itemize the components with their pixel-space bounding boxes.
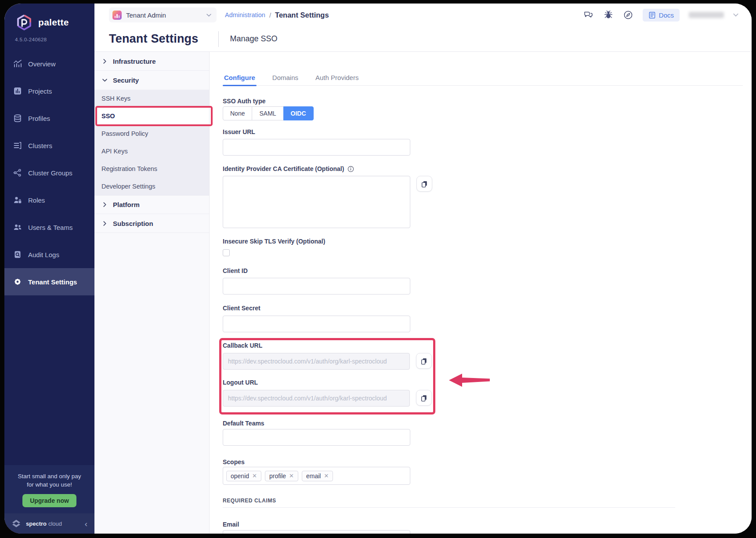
remove-scope-icon[interactable]: ✕ xyxy=(289,473,294,479)
upgrade-now-button[interactable]: Upgrade now xyxy=(22,494,76,507)
nav-section-platform[interactable]: Platform xyxy=(94,195,209,214)
palette-logo-icon xyxy=(16,14,33,31)
logout-url-input[interactable] xyxy=(223,390,410,407)
chevron-down-icon xyxy=(102,78,107,83)
tenant-admin-icon xyxy=(112,11,122,20)
callback-url-input[interactable] xyxy=(223,353,410,370)
issuer-url-label: Issuer URL xyxy=(223,128,743,136)
ca-certificate-textarea[interactable] xyxy=(223,176,410,228)
upsell-panel: Start small and only payfor what you use… xyxy=(4,465,94,513)
nav-item-password-policy[interactable]: Password Policy xyxy=(94,125,209,142)
nav-item-api-keys[interactable]: API Keys xyxy=(94,142,209,160)
top-right-actions: Docs xyxy=(583,9,738,22)
sso-configure-panel: Configure Domains Auth Providers SSO Aut… xyxy=(210,52,752,534)
overview-icon xyxy=(13,59,22,68)
logout-url-label: Logout URL xyxy=(223,378,432,386)
bug-report-icon[interactable] xyxy=(603,10,614,20)
sidebar-item-clusters[interactable]: Clusters xyxy=(4,132,94,159)
email-claim-input[interactable] xyxy=(223,530,410,534)
docs-button[interactable]: Docs xyxy=(643,9,680,22)
user-menu-redacted[interactable] xyxy=(689,12,724,18)
sso-tabs: Configure Domains Auth Providers xyxy=(223,74,743,86)
breadcrumb-parent-link[interactable]: Administration xyxy=(225,11,265,18)
cluster-groups-icon xyxy=(13,168,22,177)
brand-name: palette xyxy=(38,17,69,28)
sidebar-item-roles[interactable]: Roles xyxy=(4,186,94,214)
copy-icon xyxy=(420,394,427,402)
app-version: 4.5.0-240628 xyxy=(4,37,94,42)
copy-logout-url-button[interactable] xyxy=(416,390,432,406)
title-divider xyxy=(218,31,219,47)
docs-label: Docs xyxy=(659,11,674,19)
scope-tag-profile: profile✕ xyxy=(265,471,298,481)
copy-ca-certificate-button[interactable] xyxy=(416,176,432,192)
gear-icon xyxy=(13,277,22,286)
sidebar-item-users-teams[interactable]: Users & Teams xyxy=(4,214,94,241)
nav-item-registration-tokens[interactable]: Registration Tokens xyxy=(94,160,209,178)
primary-sidebar: palette 4.5.0-240628 Overview Projects P… xyxy=(4,4,94,534)
security-subsection: SSH Keys SSO Password Policy API Keys Re… xyxy=(94,90,209,195)
nav-section-infrastructure[interactable]: Infrastructure xyxy=(94,52,209,71)
sso-auth-type-segmented: None SAML OIDC xyxy=(223,106,314,120)
title-bar: Tenant Settings Manage SSO xyxy=(94,26,752,52)
brand-footer-primary: spectro xyxy=(26,520,47,527)
required-claims-divider xyxy=(223,507,675,508)
sidebar-item-tenant-settings[interactable]: Tenant Settings xyxy=(4,268,94,295)
chevron-right-icon xyxy=(102,59,107,64)
client-secret-input[interactable] xyxy=(223,316,410,332)
remove-scope-icon[interactable]: ✕ xyxy=(252,473,257,479)
tab-configure[interactable]: Configure xyxy=(223,74,257,85)
copy-icon xyxy=(420,357,427,365)
skip-tls-checkbox[interactable] xyxy=(223,249,230,256)
client-id-input[interactable] xyxy=(223,278,410,294)
client-id-label: Client ID xyxy=(223,267,743,275)
tab-auth-providers[interactable]: Auth Providers xyxy=(314,74,360,85)
nav-item-sso[interactable]: SSO xyxy=(94,107,209,125)
required-claims-heading: REQUIRED CLAIMS xyxy=(223,498,743,504)
info-icon[interactable] xyxy=(347,166,354,172)
default-teams-label: Default Teams xyxy=(223,419,743,427)
upsell-text: Start small and only payfor what you use… xyxy=(9,472,90,489)
nav-section-security[interactable]: Security xyxy=(94,71,209,90)
email-claim-label: Email xyxy=(223,520,743,528)
copy-callback-url-button[interactable] xyxy=(416,353,432,369)
sidebar-item-profiles[interactable]: Profiles xyxy=(4,105,94,132)
callback-url-label: Callback URL xyxy=(223,342,432,349)
chevron-down-icon xyxy=(206,14,211,17)
scopes-input[interactable]: openid✕ profile✕ email✕ xyxy=(223,467,410,485)
sidebar-item-audit-logs[interactable]: Audit Logs xyxy=(4,241,94,268)
scope-tag-openid: openid✕ xyxy=(226,471,261,481)
nav-item-ssh-keys[interactable]: SSH Keys xyxy=(94,90,209,107)
feedback-chat-icon[interactable] xyxy=(583,10,594,20)
scope-selector[interactable]: Tenant Admin xyxy=(109,7,217,22)
tab-domains[interactable]: Domains xyxy=(271,74,300,85)
audit-logs-icon xyxy=(13,250,22,259)
issuer-url-input[interactable] xyxy=(223,139,410,156)
user-menu-chevron-icon[interactable] xyxy=(733,13,738,17)
ca-certificate-label: Identity Provider CA Certificate (Option… xyxy=(223,165,743,173)
scopes-label: Scopes xyxy=(223,458,743,466)
nav-item-developer-settings[interactable]: Developer Settings xyxy=(94,178,209,195)
right-column: Tenant Admin Administration / Tenant Set… xyxy=(94,4,752,534)
clusters-icon xyxy=(13,141,22,150)
sidebar-item-overview[interactable]: Overview xyxy=(4,50,94,77)
sidebar-item-cluster-groups[interactable]: Cluster Groups xyxy=(4,159,94,186)
sidebar-nav: Overview Projects Profiles Clusters Clus… xyxy=(4,50,94,295)
chevron-right-icon xyxy=(102,202,107,207)
collapse-sidebar-icon[interactable]: ‹ xyxy=(85,520,87,528)
profiles-icon xyxy=(13,114,22,123)
explore-compass-icon[interactable] xyxy=(623,10,633,20)
page-subtitle: Manage SSO xyxy=(230,34,278,44)
client-secret-label: Client Secret xyxy=(223,304,743,312)
sidebar-item-projects[interactable]: Projects xyxy=(4,77,94,105)
auth-type-saml-button[interactable]: SAML xyxy=(252,106,283,120)
default-teams-input[interactable] xyxy=(223,429,410,446)
nav-section-subscription[interactable]: Subscription xyxy=(94,214,209,233)
breadcrumb-separator: / xyxy=(269,11,271,19)
auth-type-none-button[interactable]: None xyxy=(223,106,252,120)
scope-tag-email: email✕ xyxy=(302,471,333,481)
users-teams-icon xyxy=(13,223,22,232)
auth-type-oidc-button[interactable]: OIDC xyxy=(283,106,314,120)
docs-book-icon xyxy=(648,11,656,19)
remove-scope-icon[interactable]: ✕ xyxy=(324,473,329,479)
